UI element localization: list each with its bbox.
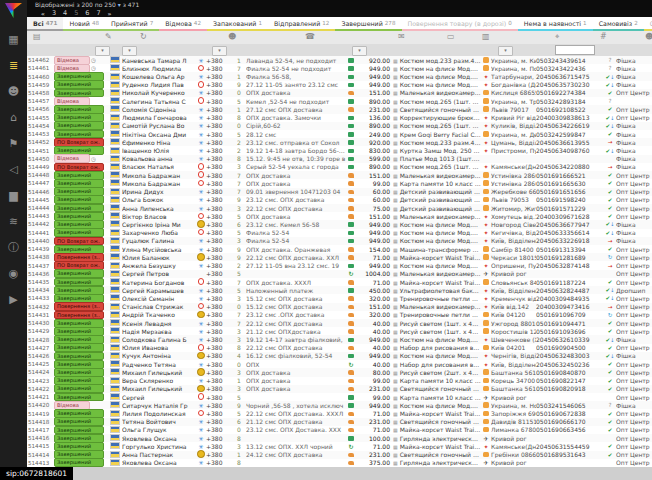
order-id[interactable]: 514444 (27, 205, 54, 211)
order-id[interactable]: 514447 (27, 180, 54, 186)
order-id[interactable]: 514462 (27, 57, 54, 63)
client-name[interactable]: Катерина Богданов (122, 279, 196, 286)
phone-number[interactable]: +380 (206, 65, 232, 72)
manager-icon[interactable]: ☻ (645, 32, 652, 41)
order-id[interactable]: 514413 (27, 460, 54, 466)
phone-number[interactable]: +380 (206, 122, 232, 129)
client-name[interactable]: Сергей Карамышев (122, 287, 196, 294)
client-name[interactable]: Анна Липенська (122, 205, 196, 212)
last-page-button[interactable]: » (108, 10, 112, 17)
phone-number[interactable]: +380 (206, 229, 232, 236)
page-number-6[interactable]: 6 (85, 9, 89, 17)
tracking-number[interactable]: 0501691094471 (536, 320, 604, 327)
tracking-number[interactable]: 20450632610339 (536, 336, 604, 343)
client-name[interactable]: Захарченко Люба (122, 229, 196, 236)
order-id[interactable]: 514429 (27, 328, 54, 334)
client-name[interactable]: Юлия Иванова (122, 344, 196, 351)
order-id[interactable]: 514435 (27, 279, 54, 285)
phone-number[interactable]: +380 (206, 213, 232, 220)
table-row[interactable]: 514418 Завершений Тетяна Войтович ✳ +380… (27, 418, 652, 426)
phone-number[interactable]: +380 (206, 147, 232, 154)
order-id[interactable]: 514453 (27, 131, 54, 137)
tracking-number[interactable]: 0501690822147 (536, 377, 604, 384)
phone-number[interactable]: +380 (206, 426, 232, 433)
client-name[interactable]: Іващенко Юлія (122, 147, 196, 154)
tracking-number[interactable]: 0501690820918 (536, 385, 604, 392)
client-name[interactable]: Микола Бадражан (122, 172, 196, 179)
delivery-pin-icon[interactable]: ⌖ (555, 32, 560, 42)
table-row[interactable]: 514425 Завершений Радченко Тетяна ✳ +380… (27, 360, 652, 368)
dashboard-icon[interactable]: ▦ (0, 26, 27, 52)
tracking-number[interactable]: 20400309473416 (536, 303, 604, 310)
dialog-icon[interactable]: ✉ (398, 32, 405, 41)
table-row[interactable]: 514448 Завершений Микола Бадражан +380 7… (27, 171, 652, 179)
phone-number[interactable]: +380 (206, 311, 232, 318)
page-number-4[interactable]: 4 (63, 9, 67, 17)
client-name[interactable]: Олексій Семанін (122, 295, 196, 302)
phone-number[interactable]: +380 (206, 98, 232, 105)
table-row[interactable]: 514414 Завершений Анна Пастернак +380 1 … (27, 451, 652, 459)
table-row[interactable]: 514426 Завершений Кучук Антоніна +380 4 … (27, 352, 652, 360)
table-row[interactable]: 514421 Завершений Сергей +380 5 99.00 ▦ … (27, 393, 652, 401)
tracking-number[interactable]: 0501691666521 (536, 172, 604, 179)
client-name[interactable]: Руденко Лидия Пав (122, 81, 196, 88)
client-name[interactable]: Гуцалюк Галина (122, 237, 196, 244)
client-name[interactable]: Віктор Власов (122, 213, 196, 220)
tracking-number[interactable]: 0501691313394 (536, 246, 604, 253)
table-row[interactable]: 514446 Завершений Ирина Дидух ✳ +380 7 0… (27, 188, 652, 196)
order-id[interactable]: 514434 (27, 287, 54, 293)
table-row[interactable]: 514454 Завершений Самотій Руслана Во ✳ +… (27, 122, 652, 130)
order-id[interactable]: 514456 (27, 106, 54, 112)
order-id[interactable]: 514443 (27, 213, 54, 219)
table-row[interactable]: 514451 Завершений Іващенко Юлія ✳ +380 2… (27, 146, 652, 154)
client-name[interactable]: Кучук Антоніна (122, 352, 196, 359)
table-row[interactable]: 514427 Завершений Юлия Иванова +380 8 22… (27, 344, 652, 352)
tracking-number[interactable]: 0501691187224 (536, 279, 604, 286)
contacts-icon[interactable]: ☻ (0, 78, 27, 104)
order-id[interactable]: 514428 (27, 337, 54, 343)
table-row[interactable]: 514422 Завершений Михаил Гилецький +380 … (27, 385, 652, 393)
order-id[interactable]: 514460 (27, 74, 54, 80)
tracking-number[interactable]: 20450634098760 (536, 147, 604, 154)
table-row[interactable]: 514420 Відмова Ситарчук Наталія Гр ✳ +38… (27, 401, 652, 409)
table-row[interactable]: 514435 Завершений Катерина Богданов +380… (27, 278, 652, 286)
tracking-number[interactable]: 20450633226918 (536, 237, 604, 244)
tracking-number[interactable]: 20450635730230 (536, 81, 604, 88)
phone-number[interactable]: +380 (206, 328, 232, 335)
table-row[interactable]: 514445 Завершений Ольга Божок ✳ +380 9 2… (27, 196, 652, 204)
client-name[interactable]: Надія Мерзаєва (122, 328, 196, 335)
client-name[interactable]: Станіслав Стрижак (122, 303, 196, 310)
phone-number[interactable]: +380 (206, 139, 232, 146)
order-id[interactable]: 514415 (27, 443, 54, 449)
phone-number[interactable]: +380 (206, 114, 232, 121)
client-name[interactable]: Кошелева Ольга Ар (122, 73, 196, 80)
tracking-number[interactable]: 20450633356614 (536, 229, 604, 236)
filter-dropdown-delivery[interactable]: ▾ (498, 46, 513, 56)
tracking-number[interactable]: 0501690663456 (536, 426, 604, 433)
client-name[interactable]: Ирина Дидух (122, 188, 196, 195)
table-row[interactable]: 514452 ПО Возврат ож. Єфименко Ніна ✳ +3… (27, 138, 652, 146)
tracking-number[interactable]: 20450632874148 (536, 262, 604, 269)
order-id[interactable]: 514414 (27, 452, 54, 458)
tracking-number[interactable]: 0501691096709 (536, 311, 604, 318)
orders-icon[interactable]: ≣ (0, 52, 27, 78)
order-id[interactable]: 514445 (27, 197, 54, 203)
filter-dropdown-channel[interactable]: ▾ (212, 46, 227, 56)
first-page-button[interactable]: « (41, 10, 45, 17)
client-name[interactable]: Михаил Гилецький (122, 369, 196, 376)
phone-number[interactable]: +380 (206, 163, 232, 170)
table-row[interactable]: 514434 Завершений Сергей Карамышев ✳ +38… (27, 286, 652, 294)
filter-ttn-input[interactable] (555, 45, 595, 55)
tracking-number[interactable]: 0501691651656 (536, 188, 604, 195)
phone-number[interactable]: +380 (206, 410, 232, 417)
phone-number[interactable]: +380 (206, 451, 232, 458)
app-logo[interactable] (5, 3, 22, 18)
table-row[interactable]: 514462 Відмова ◷ Каневська Тамара Л ✳ +3… (27, 56, 652, 64)
phone-number[interactable]: +380 (206, 352, 232, 359)
tracking-number[interactable]: 0501691281689 (536, 254, 604, 261)
order-id[interactable]: 514417 (27, 427, 54, 433)
order-id[interactable]: 514427 (27, 345, 54, 351)
order-id[interactable]: 514422 (27, 386, 54, 392)
page-number-5[interactable]: 5 (74, 9, 78, 17)
tracking-number[interactable]: 0501690672838 (536, 410, 604, 417)
